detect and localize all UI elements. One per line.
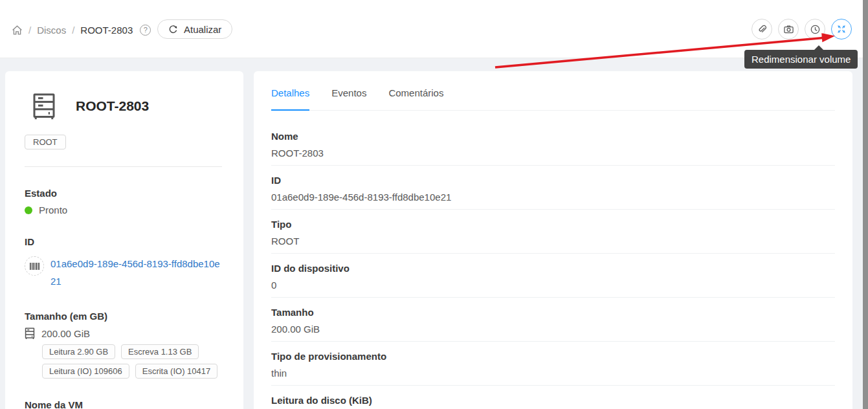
tooltip-text: Redimensionar volume (751, 54, 851, 65)
refresh-label: Atualizar (184, 24, 221, 35)
status-row: Pronto (25, 204, 222, 216)
home-icon[interactable] (12, 25, 23, 36)
id-row: 01a6e0d9-189e-456d-8193-ffd8dbe10e21 (25, 255, 222, 290)
refresh-button[interactable]: Atualizar (157, 19, 232, 39)
tab-comentarios[interactable]: Comentários (388, 87, 443, 110)
details-list: Nome ROOT-2803 ID 01a6e0d9-189e-456d-819… (271, 122, 835, 409)
page-header: / Discos / ROOT-2803 ? Atualizar (0, 0, 868, 58)
tab-detalhes[interactable]: Detalhes (271, 87, 309, 111)
estado-label: Estado (25, 187, 222, 199)
detail-row-provisionamento: Tipo de provisionamento thin (271, 342, 835, 386)
size-value: 200.00 GiB (41, 328, 90, 339)
detail-label: Tamanho (271, 306, 835, 318)
clock-icon (810, 24, 821, 35)
status-ready-dot (25, 206, 32, 214)
paperclip-icon (757, 24, 767, 34)
read-io-chip: Leitura (IO) 109606 (42, 364, 129, 379)
recurring-snapshot-button[interactable] (805, 19, 825, 39)
detail-panel: Detalhes Eventos Comentários Nome ROOT-2… (254, 71, 852, 409)
detail-row-tamanho: Tamanho 200.00 GiB (271, 298, 835, 342)
detail-value: 200.00 GiB (271, 323, 835, 335)
volume-id-link[interactable]: 01a6e0d9-189e-456d-8193-ffd8dbe10e21 (50, 255, 222, 290)
detail-row-device-id: ID do dispositivo 0 (271, 254, 835, 298)
resource-head: ROOT-2803 (25, 93, 222, 120)
write-bytes-chip: Escreva 1.13 GB (121, 344, 199, 359)
camera-icon (783, 24, 794, 35)
breadcrumb: / Discos / ROOT-2803 ? (12, 19, 151, 40)
disk-icon (25, 327, 35, 339)
detail-label: Tipo (271, 218, 835, 230)
detail-row-nome: Nome ROOT-2803 (271, 122, 835, 166)
barcode-icon (25, 256, 44, 276)
detail-label: ID (271, 174, 835, 186)
detail-row-tipo: Tipo ROOT (271, 210, 835, 254)
detail-value: ROOT (271, 235, 835, 247)
resize-volume-tooltip: Redimensionar volume (744, 50, 858, 69)
io-stats-chips: Leitura 2.90 GB Escreva 1.13 GB Leitura … (25, 344, 222, 379)
detail-row-id: ID 01a6e0d9-189e-456d-8193-ffd8dbe10e21 (271, 166, 835, 210)
read-bytes-chip: Leitura 2.90 GB (42, 344, 115, 359)
arrows-out-icon (836, 24, 847, 34)
take-snapshot-button[interactable] (778, 19, 799, 39)
detail-label: Leitura do disco (KiB) (271, 394, 835, 406)
id-label: ID (25, 236, 222, 248)
size-label: Tamanho (em GB) (25, 310, 222, 322)
breadcrumb-discos[interactable]: Discos (37, 25, 66, 36)
breadcrumb-current: ROOT-2803 (80, 25, 133, 36)
volume-icon (32, 93, 56, 120)
write-io-chip: Escrita (IO) 10417 (135, 364, 218, 379)
detail-value: thin (271, 367, 835, 379)
refresh-icon (168, 25, 178, 34)
help-icon[interactable]: ? (140, 25, 151, 36)
vm-name-label: Nome da VM (25, 399, 222, 409)
breadcrumb-separator: / (72, 25, 74, 36)
resource-summary-panel: ROOT-2803 ROOT Estado Pronto ID 01a6e0d9… (5, 71, 243, 409)
detail-value: 0 (271, 279, 835, 291)
breadcrumb-separator: / (28, 25, 31, 36)
scrollbar-thumb[interactable] (863, 0, 868, 409)
resource-title: ROOT-2803 (76, 98, 149, 114)
size-row: 200.00 GiB (25, 327, 222, 339)
type-tag: ROOT (25, 135, 66, 149)
scrollbar-track[interactable] (863, 0, 868, 409)
detail-value: 01a6e0d9-189e-456d-8193-ffd8dbe10e21 (271, 191, 835, 203)
tooltip-caret (814, 45, 823, 50)
action-bar (751, 19, 852, 39)
resize-volume-button[interactable] (831, 19, 852, 39)
attach-button[interactable] (751, 19, 772, 39)
tab-eventos[interactable]: Eventos (331, 87, 366, 110)
status-value: Pronto (39, 204, 67, 216)
detail-row-leitura-disco: Leitura do disco (KiB) (271, 386, 835, 409)
tabs-bar: Detalhes Eventos Comentários (271, 71, 835, 111)
detail-label: ID do dispositivo (271, 262, 835, 274)
divider (25, 166, 222, 167)
detail-value: ROOT-2803 (271, 147, 835, 159)
detail-label: Tipo de provisionamento (271, 350, 835, 362)
detail-label: Nome (271, 130, 835, 142)
